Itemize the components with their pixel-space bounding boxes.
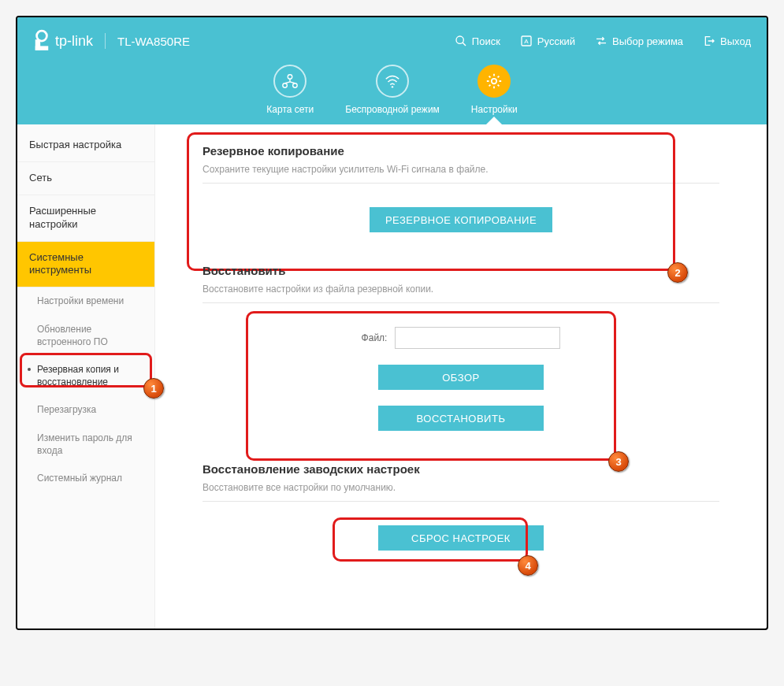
search-label: Поиск bbox=[472, 35, 500, 47]
sidebar-sub-firmware[interactable]: Обновление встроенного ПО bbox=[17, 316, 154, 356]
section-reset: Восстановление заводских настроек Восста… bbox=[203, 462, 719, 558]
sidebar-item-system[interactable]: Системные инструменты bbox=[17, 242, 154, 288]
section-restore: Восстановить Восстановите настройки из ф… bbox=[203, 264, 719, 439]
search-icon bbox=[455, 35, 467, 47]
logo: tp-link bbox=[33, 29, 93, 53]
mode-label: Выбор режима bbox=[612, 35, 683, 47]
backup-button[interactable]: РЕЗЕРВНОЕ КОПИРОВАНИЕ bbox=[370, 207, 552, 232]
sidebar: Быстрая настройка Сеть Расширенные настр… bbox=[17, 124, 155, 629]
sidebar-sub-backup[interactable]: Резервная копия и восстановление bbox=[17, 356, 154, 396]
content: Резервное копирование Сохраните текущие … bbox=[155, 124, 767, 629]
backup-body: РЕЗЕРВНОЕ КОПИРОВАНИЕ bbox=[203, 184, 719, 240]
nav-wireless-label: Беспроводной режим bbox=[345, 104, 440, 115]
header-nav: Карта сети Беспроводной режим Настройки bbox=[17, 65, 767, 124]
svg-point-11 bbox=[492, 79, 496, 83]
backup-desc: Сохраните текущие настройки усилитель Wi… bbox=[203, 164, 719, 184]
file-label: Файл: bbox=[362, 332, 388, 343]
reset-button[interactable]: СБРОС НАСТРОЕК bbox=[378, 525, 544, 551]
nav-map-label: Карта сети bbox=[266, 104, 314, 115]
tplink-logo-icon bbox=[33, 29, 50, 53]
file-input[interactable] bbox=[395, 327, 560, 349]
logout-label: Выход bbox=[720, 35, 751, 47]
mode-action[interactable]: Выбор режима bbox=[595, 35, 683, 47]
sidebar-sub-reboot[interactable]: Перезагрузка bbox=[17, 396, 154, 425]
reset-title: Восстановление заводских настроек bbox=[203, 462, 719, 476]
mode-icon bbox=[595, 35, 608, 47]
header-top: tp-link TL-WA850RE Поиск A Русский Выбор… bbox=[17, 17, 767, 65]
logout-action[interactable]: Выход bbox=[703, 35, 751, 47]
settings-icon bbox=[477, 65, 511, 98]
svg-rect-2 bbox=[35, 46, 49, 50]
restore-body: Файл: ОБЗОР ВОССТАНОВИТЬ bbox=[203, 303, 719, 439]
nav-wireless[interactable]: Беспроводной режим bbox=[345, 65, 440, 115]
language-label: Русский bbox=[537, 35, 575, 47]
svg-point-10 bbox=[392, 86, 393, 87]
reset-body: СБРОС НАСТРОЕК bbox=[203, 502, 719, 558]
nav-network-map[interactable]: Карта сети bbox=[266, 65, 314, 115]
section-backup: Резервное копирование Сохраните текущие … bbox=[203, 144, 719, 240]
reset-desc: Восстановите все настройки по умолчанию. bbox=[203, 482, 719, 502]
sidebar-sub-password[interactable]: Изменить пароль для входа bbox=[17, 425, 154, 465]
wireless-icon bbox=[376, 65, 409, 98]
header: tp-link TL-WA850RE Поиск A Русский Выбор… bbox=[17, 17, 767, 124]
svg-point-8 bbox=[283, 83, 288, 88]
body: Быстрая настройка Сеть Расширенные настр… bbox=[17, 124, 767, 629]
svg-line-4 bbox=[463, 43, 466, 46]
sidebar-item-quick[interactable]: Быстрая настройка bbox=[17, 129, 154, 162]
language-action[interactable]: A Русский bbox=[520, 35, 575, 47]
header-divider bbox=[105, 33, 106, 49]
restore-desc: Восстановите настройки из файла резервно… bbox=[203, 284, 719, 303]
restore-title: Восстановить bbox=[203, 264, 719, 277]
search-action[interactable]: Поиск bbox=[455, 35, 500, 47]
brand-text: tp-link bbox=[55, 33, 93, 50]
restore-button[interactable]: ВОССТАНОВИТЬ bbox=[378, 406, 544, 431]
svg-point-0 bbox=[37, 31, 47, 41]
network-map-icon bbox=[273, 65, 307, 98]
svg-point-9 bbox=[293, 83, 298, 88]
logout-icon bbox=[703, 35, 715, 47]
nav-settings[interactable]: Настройки bbox=[471, 65, 518, 115]
svg-point-3 bbox=[456, 36, 463, 43]
sidebar-sub-log[interactable]: Системный журнал bbox=[17, 465, 154, 493]
nav-settings-label: Настройки bbox=[471, 104, 518, 115]
svg-point-7 bbox=[288, 75, 293, 80]
browse-button[interactable]: ОБЗОР bbox=[378, 365, 544, 390]
app-window: tp-link TL-WA850RE Поиск A Русский Выбор… bbox=[16, 16, 768, 630]
sidebar-item-advanced[interactable]: Расширенные настройки bbox=[17, 195, 154, 242]
sidebar-item-network[interactable]: Сеть bbox=[17, 162, 154, 195]
backup-title: Резервное копирование bbox=[203, 144, 719, 158]
sidebar-sub-time[interactable]: Настройки времени bbox=[17, 287, 154, 316]
header-actions: Поиск A Русский Выбор режима Выход bbox=[455, 35, 751, 47]
file-row: Файл: bbox=[362, 327, 561, 349]
model-text: TL-WA850RE bbox=[117, 35, 190, 48]
svg-text:A: A bbox=[524, 38, 529, 45]
language-icon: A bbox=[520, 35, 533, 47]
